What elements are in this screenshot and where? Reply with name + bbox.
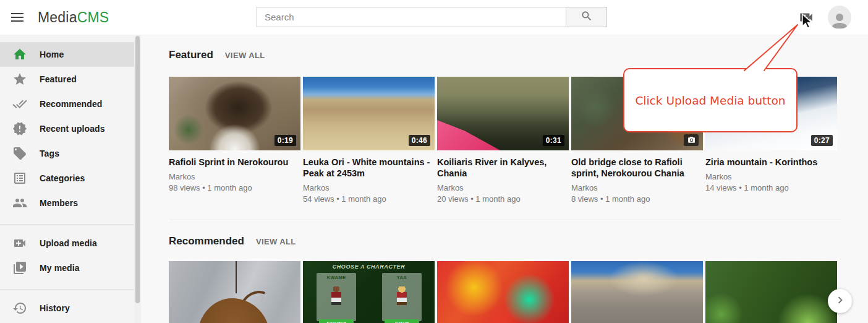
- sidebar-item-recommended[interactable]: Recommended: [0, 92, 134, 116]
- video-library-icon: [12, 261, 27, 275]
- history-icon: [12, 301, 27, 316]
- person-icon: [828, 10, 851, 29]
- media-title[interactable]: Leuka Ori - White mountains - Peak at 24…: [303, 157, 435, 179]
- sidebar-item-members[interactable]: Members: [0, 191, 134, 215]
- tag-icon: [12, 146, 27, 161]
- search-bar: [257, 7, 607, 27]
- media-author: Markos: [437, 183, 569, 193]
- sidebar-label: Featured: [40, 74, 77, 84]
- tutorial-callout-tail: [736, 20, 810, 73]
- sidebar: Home Featured Recommended Recent uploads…: [0, 35, 134, 323]
- categories-icon: [12, 171, 27, 186]
- game-character-name: KWAME: [317, 275, 356, 280]
- sidebar-label: My media: [40, 263, 80, 273]
- search-button[interactable]: [566, 7, 607, 27]
- media-meta: 8 views • 1 month ago: [571, 194, 703, 204]
- kayak-shape: [437, 107, 530, 150]
- section-divider: [169, 220, 841, 220]
- sidebar-item-upload-media[interactable]: Upload media: [0, 231, 134, 256]
- media-author: Markos: [169, 172, 300, 182]
- media-title[interactable]: Old bridge close to Rafioli sprint, Nero…: [571, 157, 703, 179]
- media-thumbnail[interactable]: [437, 261, 569, 323]
- game-character-panel: KWAME Selected: [317, 273, 356, 321]
- carousel-next-button[interactable]: [828, 289, 852, 313]
- sidebar-item-my-media[interactable]: My media: [0, 256, 134, 280]
- sidebar-label: Categories: [40, 173, 85, 183]
- duration-badge: 0:46: [409, 135, 430, 146]
- media-thumbnail[interactable]: CHOOSE A CHARACTER KWAME Selected YAA Se…: [303, 261, 435, 323]
- media-author: Markos: [705, 172, 837, 182]
- logo-text-media: Media: [38, 9, 77, 25]
- featured-section-header: Featured VIEW ALL: [169, 49, 265, 61]
- media-card: [571, 261, 703, 323]
- new-releases-icon: [12, 121, 27, 136]
- game-select-button: Select: [385, 319, 419, 323]
- game-character-name: YAA: [382, 275, 422, 280]
- featured-view-all-link[interactable]: VIEW ALL: [225, 51, 265, 60]
- sidebar-label: History: [40, 303, 70, 313]
- members-icon: [12, 196, 27, 210]
- tutorial-callout-text: Click Upload Media button: [635, 94, 785, 107]
- media-meta: 54 views • 1 month ago: [303, 194, 435, 204]
- media-thumbnail[interactable]: 0:31: [437, 77, 569, 150]
- media-title[interactable]: Rafioli Sprint in Nerokourou: [169, 157, 300, 168]
- sidebar-item-featured[interactable]: Featured: [0, 67, 134, 92]
- recommended-view-all-link[interactable]: VIEW ALL: [256, 237, 296, 246]
- sidebar-label: Recommended: [40, 99, 102, 109]
- sidebar-divider: [0, 289, 134, 290]
- search-icon: [581, 10, 593, 25]
- tutorial-callout: Click Upload Media button: [623, 68, 798, 132]
- media-thumbnail[interactable]: 0:19: [169, 77, 300, 150]
- game-selected-button: Selected: [319, 319, 354, 323]
- media-thumbnail[interactable]: [705, 261, 837, 323]
- duration-badge: 0:27: [811, 135, 833, 146]
- sidebar-item-categories[interactable]: Categories: [0, 166, 134, 191]
- media-title[interactable]: Ziria mountain - Korinthos: [705, 157, 837, 168]
- home-icon: [12, 47, 27, 62]
- chevron-right-icon: [833, 293, 847, 309]
- sidebar-item-home[interactable]: Home: [0, 42, 134, 67]
- done-all-icon: [12, 97, 27, 111]
- sidebar-scrollbar-thumb[interactable]: [135, 36, 140, 303]
- sidebar-label: Recent uploads: [40, 124, 105, 134]
- media-card: 0:46 Leuka Ori - White mountains - Peak …: [303, 77, 435, 204]
- media-meta: 20 views • 1 month ago: [437, 194, 569, 204]
- media-thumbnail[interactable]: [169, 261, 300, 323]
- duration-badge: 0:31: [543, 135, 564, 146]
- pumpkin-string: [236, 261, 237, 293]
- mouse-cursor: [801, 14, 814, 30]
- media-meta: 98 views • 1 month ago: [169, 183, 300, 193]
- star-icon: [12, 72, 27, 87]
- game-character-sprite: [397, 286, 407, 305]
- media-meta: 14 views • 1 month ago: [705, 183, 837, 193]
- menu-icon[interactable]: [9, 9, 27, 26]
- sidebar-label: Home: [40, 50, 64, 59]
- sidebar-item-history[interactable]: History: [0, 296, 134, 321]
- media-thumbnail[interactable]: 0:46: [303, 77, 435, 150]
- sidebar-item-tags[interactable]: Tags: [0, 141, 134, 166]
- recommended-cards-row: CHOOSE A CHARACTER KWAME Selected YAA Se…: [169, 261, 837, 323]
- search-input[interactable]: [257, 7, 566, 27]
- media-thumbnail[interactable]: [571, 261, 703, 323]
- logo-text-cms: CMS: [77, 9, 109, 25]
- media-card: CHOOSE A CHARACTER KWAME Selected YAA Se…: [303, 261, 435, 323]
- media-card: [169, 261, 300, 323]
- sidebar-label: Members: [40, 198, 78, 208]
- media-card: 0:19 Rafioli Sprint in Nerokourou Markos…: [169, 77, 300, 204]
- sidebar-scrollbar: [134, 35, 141, 323]
- duration-badge: 0:19: [274, 135, 296, 146]
- game-screen-title: CHOOSE A CHARACTER: [303, 264, 435, 270]
- logo[interactable]: MediaCMS: [38, 0, 109, 35]
- photo-camera-icon: [684, 134, 699, 146]
- user-avatar[interactable]: [828, 6, 851, 29]
- recommended-title: Recommended: [169, 235, 244, 248]
- sidebar-item-recent-uploads[interactable]: Recent uploads: [0, 116, 134, 141]
- featured-title: Featured: [169, 49, 213, 61]
- media-title[interactable]: Koiliaris River in Kalyves, Chania: [437, 157, 569, 179]
- sidebar-label: Upload media: [40, 238, 97, 248]
- media-author: Markos: [303, 183, 435, 193]
- upload-media-icon: [12, 236, 27, 251]
- media-card: [705, 261, 837, 323]
- media-card: 0:31 Koiliaris River in Kalyves, Chania …: [437, 77, 569, 204]
- sidebar-divider: [0, 224, 134, 225]
